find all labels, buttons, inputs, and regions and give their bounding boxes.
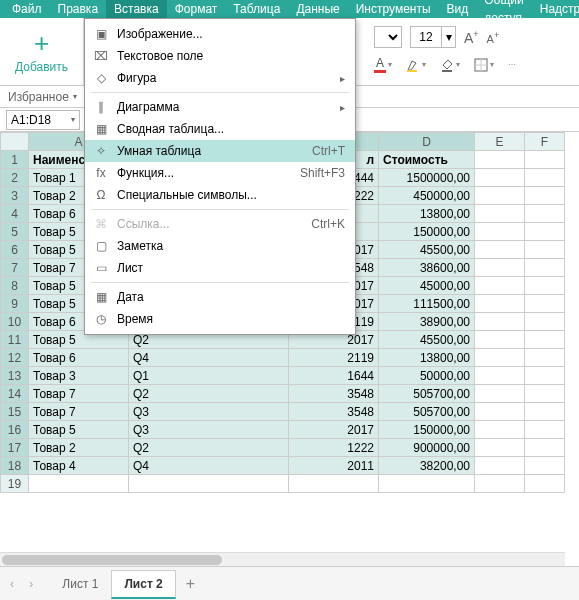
cell[interactable]: 45500,00	[379, 241, 475, 259]
row-header[interactable]: 14	[1, 385, 29, 403]
highlight-color-button[interactable]: ▾	[406, 58, 426, 72]
menu-item--[interactable]: ◇Фигура▸	[85, 67, 355, 89]
menu-item--[interactable]: ∥Диаграмма▸	[85, 96, 355, 118]
cell[interactable]	[475, 205, 525, 223]
cell[interactable]: 3548	[289, 385, 379, 403]
scrollbar-thumb[interactable]	[2, 555, 222, 565]
font-family-select[interactable]	[374, 26, 402, 48]
cell[interactable]	[525, 241, 565, 259]
cell[interactable]: Товар 6	[29, 349, 129, 367]
cell[interactable]: 2011	[289, 457, 379, 475]
cell[interactable]: 2017	[289, 421, 379, 439]
cell[interactable]	[475, 367, 525, 385]
menu-item--[interactable]: fxФункция...Shift+F3	[85, 162, 355, 184]
cell[interactable]	[129, 475, 289, 493]
cell[interactable]	[525, 187, 565, 205]
row-header[interactable]: 9	[1, 295, 29, 313]
menu-item--[interactable]: ▣Изображение...	[85, 23, 355, 45]
cell[interactable]: 38900,00	[379, 313, 475, 331]
cell[interactable]	[525, 205, 565, 223]
horizontal-scrollbar[interactable]	[0, 552, 565, 566]
menu-item--[interactable]: ▭Лист	[85, 257, 355, 279]
cell[interactable]	[525, 457, 565, 475]
row-header[interactable]: 6	[1, 241, 29, 259]
cell[interactable]: Товар 5	[29, 421, 129, 439]
row-header[interactable]: 12	[1, 349, 29, 367]
cell[interactable]	[475, 169, 525, 187]
cell[interactable]: Товар 2	[29, 439, 129, 457]
row-header[interactable]: 1	[1, 151, 29, 169]
cell[interactable]	[29, 475, 129, 493]
col-header-D[interactable]: D	[379, 133, 475, 151]
menu-item--[interactable]: ✧Умная таблицаCtrl+T	[85, 140, 355, 162]
cell[interactable]	[475, 439, 525, 457]
decrease-font-icon[interactable]: A+	[487, 30, 500, 45]
cell[interactable]	[475, 475, 525, 493]
row-header[interactable]: 11	[1, 331, 29, 349]
cell[interactable]	[525, 259, 565, 277]
cell[interactable]: 150000,00	[379, 421, 475, 439]
cell[interactable]	[525, 349, 565, 367]
cell[interactable]	[475, 385, 525, 403]
cell[interactable]: Q1	[129, 367, 289, 385]
menu-файл[interactable]: Файл	[4, 0, 50, 18]
cell[interactable]: 505700,00	[379, 403, 475, 421]
cell[interactable]	[525, 169, 565, 187]
row-header[interactable]: 16	[1, 421, 29, 439]
cell[interactable]	[525, 313, 565, 331]
cell[interactable]: Стоимость	[379, 151, 475, 169]
menu-данные[interactable]: Данные	[288, 0, 347, 18]
menu-инструменты[interactable]: Инструменты	[348, 0, 439, 18]
cell[interactable]	[525, 295, 565, 313]
cell-reference-input[interactable]: A1:D18 ▾	[6, 110, 80, 130]
menu-item--[interactable]: ▢Заметка	[85, 235, 355, 257]
menu-item--[interactable]: ⌧Текстовое поле	[85, 45, 355, 67]
cell[interactable]: 50000,00	[379, 367, 475, 385]
cell[interactable]	[475, 187, 525, 205]
cell[interactable]: Q4	[129, 349, 289, 367]
cell[interactable]	[475, 151, 525, 169]
cell[interactable]: Товар 7	[29, 385, 129, 403]
cell[interactable]: 13800,00	[379, 205, 475, 223]
cell[interactable]	[525, 277, 565, 295]
row-header[interactable]: 4	[1, 205, 29, 223]
cell[interactable]	[525, 475, 565, 493]
col-header-E[interactable]: E	[475, 133, 525, 151]
sheet-nav-buttons[interactable]: ‹ ›	[10, 577, 39, 591]
row-header[interactable]: 7	[1, 259, 29, 277]
cell[interactable]: 3548	[289, 403, 379, 421]
font-size-dropdown[interactable]: ▾	[442, 26, 456, 48]
row-header[interactable]: 3	[1, 187, 29, 205]
row-header[interactable]: 17	[1, 439, 29, 457]
cell[interactable]	[525, 385, 565, 403]
menu-правка[interactable]: Правка	[50, 0, 107, 18]
add-button[interactable]: + Добавить	[0, 18, 84, 85]
cell[interactable]: 2119	[289, 349, 379, 367]
menu-надстрой[interactable]: Надстрой	[532, 0, 579, 18]
row-header[interactable]: 13	[1, 367, 29, 385]
cell[interactable]: 1500000,00	[379, 169, 475, 187]
row-header[interactable]: 19	[1, 475, 29, 493]
menu-item--[interactable]: ΩСпециальные символы...	[85, 184, 355, 206]
cell[interactable]: 1644	[289, 367, 379, 385]
cell[interactable]	[475, 457, 525, 475]
row-header[interactable]: 18	[1, 457, 29, 475]
menu-таблица[interactable]: Таблица	[225, 0, 288, 18]
row-header[interactable]: 5	[1, 223, 29, 241]
cell[interactable]: 45500,00	[379, 331, 475, 349]
cell[interactable]: 111500,00	[379, 295, 475, 313]
cell[interactable]: 13800,00	[379, 349, 475, 367]
increase-font-icon[interactable]: A+	[464, 29, 479, 46]
cell[interactable]: Товар 4	[29, 457, 129, 475]
menu-вид[interactable]: Вид	[439, 0, 477, 18]
cell[interactable]: 1222	[289, 439, 379, 457]
cell[interactable]	[525, 151, 565, 169]
cell[interactable]: 450000,00	[379, 187, 475, 205]
cell[interactable]	[525, 421, 565, 439]
cell[interactable]: 38200,00	[379, 457, 475, 475]
fill-color-button[interactable]: ▾	[440, 58, 460, 72]
cell[interactable]: 45000,00	[379, 277, 475, 295]
add-sheet-button[interactable]: +	[186, 575, 195, 593]
more-dropdown-icon[interactable]: ⋯	[508, 60, 516, 69]
cell[interactable]: Q2	[129, 439, 289, 457]
